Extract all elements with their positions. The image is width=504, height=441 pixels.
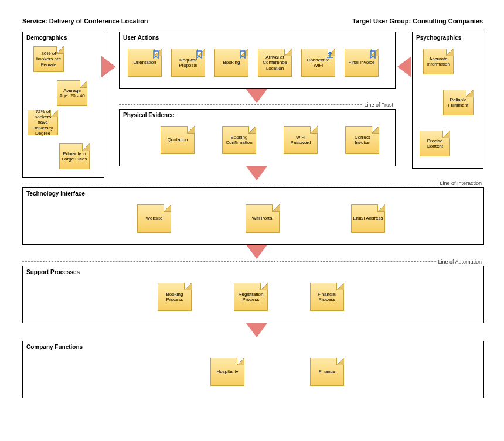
section-user-actions: User Actions Orientation Request Proposa…: [119, 32, 396, 89]
bookmark-icon: [153, 50, 160, 59]
note: Booking Confirmation: [222, 126, 256, 154]
upload-icon: [326, 50, 333, 59]
arrow-down-icon: [246, 89, 267, 103]
note-arrival: Arrival at Conference Location: [258, 49, 292, 77]
note-label: Connect to WiFi: [303, 57, 333, 68]
note-request-proposal: Request Proposal: [171, 49, 205, 77]
line-label: Line of Automation: [437, 259, 483, 265]
note: Registration Process: [234, 283, 268, 311]
bookmark-icon: [370, 50, 377, 59]
note: Accurate Information: [423, 49, 454, 74]
section-title: User Actions: [123, 35, 159, 41]
note: Precise Content: [420, 131, 450, 156]
note: Email Address: [351, 204, 385, 233]
note-connect-wifi: Connect to WiFi: [301, 49, 335, 77]
arrow-down-icon: [246, 245, 267, 259]
note: Primarily in Large Cities: [59, 143, 90, 169]
note: Finance: [310, 358, 344, 386]
arrow-right-icon: [101, 56, 115, 77]
page-title-left: Service: Delivery of Conference Location: [22, 18, 148, 25]
note: Reliable Fulfilment: [443, 90, 474, 115]
note-orientation: Orientation: [128, 49, 162, 77]
note-label: Booking: [223, 60, 240, 65]
section-demographics: Demographics 80% of bookers are Female A…: [22, 32, 104, 178]
note-label: Arrival at Conference Location: [260, 54, 290, 71]
section-company-functions: Company Functions Hospitality Finance: [22, 341, 484, 398]
note: Quotation: [161, 126, 195, 154]
section-physical-evidence: Physical Evidence Quotation Booking Conf…: [119, 109, 396, 166]
note: Correct Invoice: [345, 126, 379, 154]
note-booking: Booking: [214, 49, 248, 77]
note-label: Orientation: [133, 60, 156, 65]
section-title: Demographics: [26, 35, 67, 41]
note-final-invoice: Final Invoice: [345, 49, 379, 77]
note-label: Request Proposal: [173, 57, 203, 68]
arrow-down-icon: [246, 166, 267, 180]
note-label: Final Invoice: [349, 60, 375, 65]
section-title: Company Functions: [26, 344, 83, 350]
section-title: Psychographics: [416, 35, 461, 41]
line-label: Line of Interaction: [438, 180, 483, 186]
divider-line-trust: Line of Trust: [119, 104, 394, 105]
note: Average Age: 20 - 40: [57, 80, 87, 106]
note: Website: [137, 204, 171, 233]
diagram-canvas: Demographics 80% of bookers are Female A…: [22, 32, 483, 418]
section-title: Support Processes: [26, 269, 80, 275]
arrow-left-icon: [397, 56, 411, 77]
note: Wifi Portal: [246, 204, 280, 233]
note: 72% of bookers have University Degree: [28, 110, 58, 135]
section-title: Physical Evidence: [123, 112, 174, 118]
bookmark-icon: [196, 50, 203, 59]
page-title-right: Target User Group: Consulting Companies: [352, 18, 483, 25]
arrow-down-icon: [246, 323, 267, 337]
section-title: Technology Interface: [26, 190, 85, 197]
note: Booking Process: [158, 283, 192, 311]
section-support-processes: Support Processes Booking Process Regist…: [22, 266, 484, 323]
section-psychographics: Psychographics Accurate Information Reli…: [412, 32, 483, 169]
divider-line-interaction: Line of Interaction: [22, 183, 483, 183]
divider-line-automation: Line of Automation: [22, 261, 483, 262]
note: Hospitality: [210, 358, 244, 386]
note: 80% of bookers are Female: [33, 46, 64, 72]
note: WiFi Password: [284, 126, 318, 154]
note: Financial Process: [310, 283, 344, 311]
line-label: Line of Trust: [363, 102, 394, 108]
section-technology-interface: Technology Interface Website Wifi Portal…: [22, 187, 484, 245]
bookmark-icon: [240, 50, 247, 59]
